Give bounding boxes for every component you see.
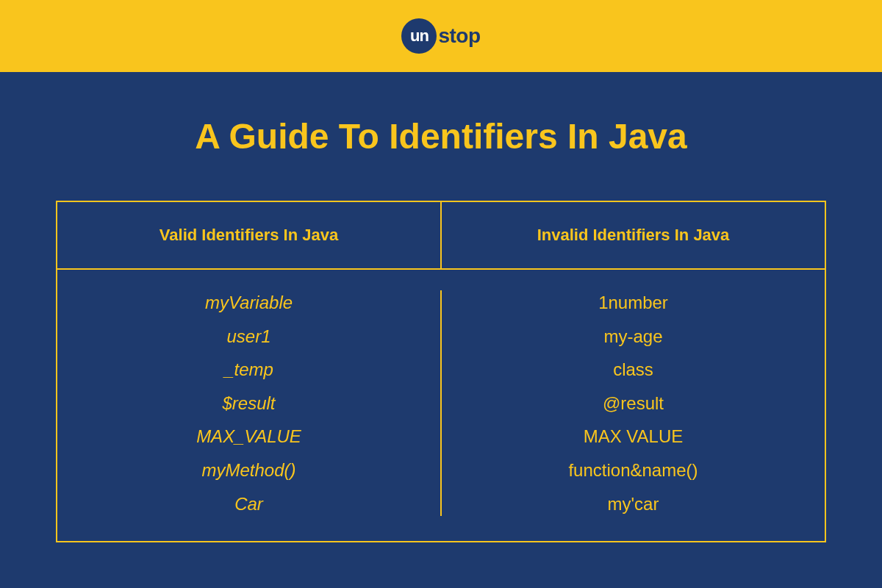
logo-circle: un	[401, 18, 437, 54]
list-item: function&name()	[568, 458, 698, 483]
identifiers-table: Valid Identifiers In Java Invalid Identi…	[56, 201, 826, 542]
column-header-valid: Valid Identifiers In Java	[57, 202, 442, 268]
list-item: $result	[222, 391, 275, 416]
list-item: my'car	[608, 492, 659, 517]
list-item: myMethod()	[201, 458, 295, 483]
list-item: user1	[226, 324, 270, 349]
list-item: MAX VALUE	[584, 424, 684, 449]
header-bar: un stop	[0, 0, 882, 72]
valid-column: myVariableuser1_temp$resultMAX_VALUEmyMe…	[57, 290, 442, 516]
list-item: my-age	[603, 324, 662, 349]
invalid-column: 1numbermy-ageclass@resultMAX VALUEfuncti…	[442, 290, 825, 516]
page-title: A Guide To Identifiers In Java	[195, 116, 686, 157]
list-item: _temp	[224, 357, 273, 382]
table-header-row: Valid Identifiers In Java Invalid Identi…	[57, 202, 825, 268]
list-item: MAX_VALUE	[196, 424, 301, 449]
logo-circle-text: un	[410, 26, 429, 46]
list-item: myVariable	[205, 290, 293, 315]
column-header-invalid: Invalid Identifiers In Java	[442, 202, 825, 268]
table-body: myVariableuser1_temp$resultMAX_VALUEmyMe…	[57, 268, 825, 541]
list-item: Car	[234, 492, 263, 517]
list-item: @result	[603, 391, 664, 416]
list-item: class	[613, 357, 653, 382]
logo-suffix-text: stop	[438, 24, 480, 48]
content-area: A Guide To Identifiers In Java Valid Ide…	[0, 72, 882, 588]
list-item: 1number	[598, 290, 668, 315]
logo: un stop	[401, 18, 480, 54]
